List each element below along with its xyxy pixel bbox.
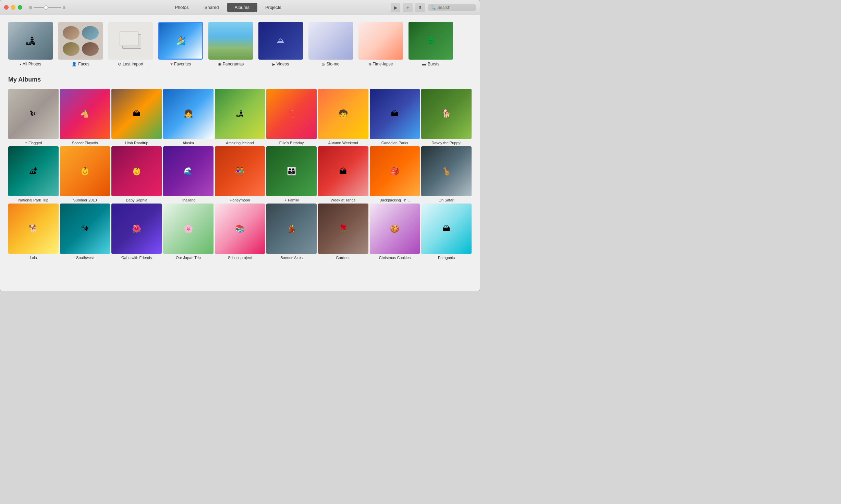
gardens-thumb: 🌹 (318, 204, 368, 254)
alaska-thumb: 👧 (163, 89, 214, 139)
backpacking-label: Backpacking Th… (379, 198, 410, 202)
list-item[interactable]: 🐕 Davey the Puppy! (421, 89, 472, 145)
list-item[interactable]: 🏜 Southwest (60, 204, 110, 260)
album-time-lapse[interactable]: ⊛ Time-lapse (358, 22, 403, 66)
backpacking-thumb: 🎒 (370, 146, 420, 197)
week-at-tahoe-label: Week at Tahoe (331, 198, 356, 202)
autumn-weekend-label: Autumn Weekend (328, 141, 358, 145)
family-thumb: 👨‍👩‍👧 (266, 146, 317, 197)
album-last-import[interactable]: ⊙ Last Import (108, 22, 153, 66)
list-item[interactable]: 🌺 Oahu with Friends (111, 204, 162, 260)
list-item[interactable]: 🏞 Amazing Iceland (215, 89, 265, 145)
on-safari-thumb: 🦒 (421, 146, 472, 197)
summer-2013-label: Summer 2013 (73, 198, 97, 202)
minimize-button[interactable] (11, 5, 15, 10)
list-item[interactable]: 🌊 Thailand (163, 146, 214, 202)
list-item[interactable]: ⛷ ✦ Flagged (8, 89, 59, 145)
album-bursts[interactable]: 🌲 ▬ Bursts (409, 22, 453, 66)
last-import-label: ⊙ Last Import (118, 62, 143, 66)
baby-sophia-label: Baby Sophia (126, 198, 147, 202)
christmas-cookies-label: Christmas Cookies (379, 256, 411, 260)
patagonia-thumb: 🏔 (421, 204, 472, 254)
list-item[interactable]: 🏕 National Park Trip (8, 146, 59, 202)
thailand-thumb: 🌊 (163, 146, 214, 197)
lola-label: Lola (30, 256, 37, 260)
album-faces[interactable]: 👤 Faces (58, 22, 103, 66)
list-item[interactable]: 🐕 Lola (8, 204, 59, 260)
national-park-trip-thumb: 🏕 (8, 146, 59, 197)
oahu-thumb: 🌺 (111, 204, 162, 254)
list-item[interactable]: 🦒 On Safari (421, 146, 472, 202)
favorites-icon: ♥ (170, 62, 173, 66)
title-bar: ⊟ ⊞ Photos Shared Albums Projects ▶ + ⬆ … (0, 0, 480, 15)
family-icon: ✦ (284, 198, 287, 202)
list-item[interactable]: 💃 Buenos Aires (266, 204, 317, 260)
slo-mo-thumb (308, 22, 353, 60)
japan-trip-label: Our Japan Trip (176, 256, 201, 260)
my-albums-title: My Albums (8, 76, 472, 83)
tab-albums[interactable]: Albums (227, 3, 257, 12)
content-area: 🏞 ▪ All Photos (0, 15, 480, 291)
album-videos[interactable]: ⛰ ▶ Videos (258, 22, 303, 66)
tab-shared[interactable]: Shared (197, 3, 227, 12)
share-button[interactable]: ⬆ (415, 3, 425, 12)
alaska-label: Alaska (183, 141, 194, 145)
list-item[interactable]: 🎈 Ellie's Birthday (266, 89, 317, 145)
baby-sophia-thumb: 👶 (111, 146, 162, 197)
list-item[interactable]: 🏔 Patagonia (421, 204, 472, 260)
search-box[interactable]: 🔍 (428, 4, 476, 11)
slideshow-button[interactable]: ▶ (391, 3, 400, 12)
list-item[interactable]: 👧 Alaska (163, 89, 214, 145)
list-item[interactable]: 📚 School project (215, 204, 265, 260)
album-favorites[interactable]: 🏄 ♥ Favorites (158, 22, 203, 66)
close-button[interactable] (4, 5, 9, 10)
list-item[interactable]: 🏔 Week at Tahoe (318, 146, 368, 202)
utah-roadtrip-label: Utah Roadtrip (125, 141, 148, 145)
list-item[interactable]: 👫 Honeymoon (215, 146, 265, 202)
search-input[interactable] (437, 5, 473, 10)
all-photos-thumb: 🏞 (8, 22, 53, 60)
honeymoon-thumb: 👫 (215, 146, 265, 197)
list-item[interactable]: 🏔 Canadian Parks (370, 89, 420, 145)
nav-tabs: Photos Shared Albums Projects (65, 3, 391, 12)
zoom-slider-area: ⊟ ⊞ (29, 5, 65, 10)
gardens-label: Gardens (336, 256, 350, 260)
list-item[interactable]: 🌸 Our Japan Trip (163, 204, 214, 260)
canadian-parks-label: Canadian Parks (381, 141, 408, 145)
list-item[interactable]: 🐴 Soccer Playoffs (60, 89, 110, 145)
main-window: ⊟ ⊞ Photos Shared Albums Projects ▶ + ⬆ … (0, 0, 480, 291)
oahu-label: Oahu with Friends (121, 256, 152, 260)
videos-label: ▶ Videos (272, 62, 289, 66)
southwest-thumb: 🏜 (60, 204, 110, 254)
tab-photos[interactable]: Photos (167, 3, 196, 12)
album-all-photos[interactable]: 🏞 ▪ All Photos (8, 22, 53, 66)
traffic-lights (4, 5, 22, 10)
on-safari-label: On Safari (438, 198, 454, 202)
zoom-slider[interactable] (34, 7, 61, 8)
list-item[interactable]: 🏔 Utah Roadtrip (111, 89, 162, 145)
autumn-weekend-thumb: 🧒 (318, 89, 368, 139)
maximize-button[interactable] (18, 5, 22, 10)
tab-projects[interactable]: Projects (257, 3, 289, 12)
flagged-icon: ✦ (25, 141, 27, 145)
summer-2013-thumb: 👶 (60, 146, 110, 197)
list-item[interactable]: 🎒 Backpacking Th… (370, 146, 420, 202)
list-item[interactable]: 👶 Baby Sophia (111, 146, 162, 202)
list-item[interactable]: 🌹 Gardens (318, 204, 368, 260)
time-lapse-label: ⊛ Time-lapse (369, 62, 393, 66)
panoramas-label: ▣ Panoramas (218, 62, 244, 66)
add-button[interactable]: + (403, 3, 413, 12)
list-item[interactable]: 🧒 Autumn Weekend (318, 89, 368, 145)
bursts-label: ▬ Bursts (422, 62, 439, 66)
national-park-trip-label: National Park Trip (19, 198, 48, 202)
list-item[interactable]: 👶 Summer 2013 (60, 146, 110, 202)
slo-mo-icon: ◎ (322, 62, 325, 66)
list-item[interactable]: 👨‍👩‍👧 ✦ Family (266, 146, 317, 202)
list-item[interactable]: 🍪 Christmas Cookies (370, 204, 420, 260)
album-slo-mo[interactable]: ◎ Slo-mo (308, 22, 353, 66)
album-panoramas[interactable]: ▣ Panoramas (208, 22, 253, 66)
favorites-label: ♥ Favorites (170, 62, 191, 66)
all-photos-icon: ▪ (20, 62, 21, 66)
school-project-label: School project (228, 256, 252, 260)
all-photos-label: ▪ All Photos (20, 62, 41, 66)
